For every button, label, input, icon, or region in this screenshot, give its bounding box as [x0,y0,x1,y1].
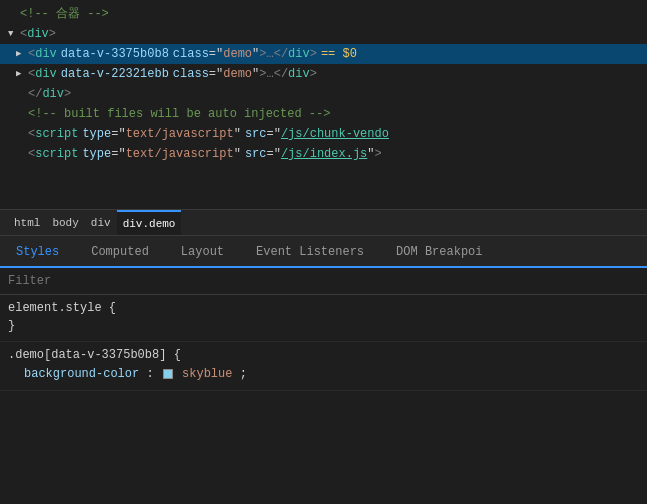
code-line: <script type="text/javascript" src="/js/… [0,144,647,164]
breadcrumb-body[interactable]: body [46,210,84,235]
code-line: ▶ <div data-v-22321ebb class="demo" >…</… [0,64,647,84]
attr-name-2: data-v-22321ebb [61,65,169,83]
filter-bar [0,268,647,295]
attr-class-name: class [173,45,209,63]
script-index-link[interactable]: /js/index.js [281,145,367,163]
collapse-triangle-icon: ▶ [16,65,28,83]
tab-styles[interactable]: Styles [0,238,75,268]
css-close-brace: } [8,317,639,335]
breadcrumb-div-demo[interactable]: div.demo [117,210,182,235]
tabs-bar: Styles Computed Layout Event Listeners D… [0,236,647,268]
breadcrumb-bar: html body div div.demo [0,210,647,236]
css-property-background: background-color : skyblue ; [8,364,639,384]
prop-value-skyblue: skyblue [182,367,232,381]
attr-name-1: data-v-3375b0b8 [61,45,169,63]
triangle-icon: ▼ [8,25,20,43]
filter-input[interactable] [8,274,639,288]
code-line: ▼ <div> [0,24,647,44]
script-src-link[interactable]: /js/chunk-vendo [281,125,389,143]
comment-text: <!-- 合器 --> [20,5,109,23]
tab-event-listeners[interactable]: Event Listeners [240,238,380,268]
comment-built: <!-- built files will be auto injected -… [28,105,330,123]
color-swatch[interactable] [163,369,173,379]
element-style-rule: element.style { } [0,295,647,342]
code-line: <!-- 合器 --> [0,4,647,24]
css-selector: element.style { [8,301,639,315]
code-panel: <!-- 合器 --> ▼ <div> ▶ <div data-v-3375b0… [0,0,647,210]
code-line: <script type="text/javascript" src="/js/… [0,124,647,144]
tab-computed[interactable]: Computed [75,238,165,268]
breadcrumb-html[interactable]: html [8,210,46,235]
prop-name-background: background-color [24,367,139,381]
demo-css-selector: .demo[data-v-3375b0b8] { [8,348,639,362]
demo-style-rule: .demo[data-v-3375b0b8] { background-colo… [0,342,647,391]
tab-dom-breakpoints[interactable]: DOM Breakpoi [380,238,498,268]
dollar-badge: == $0 [321,45,357,63]
tab-layout[interactable]: Layout [165,238,240,268]
attr-class-name2: class [173,65,209,83]
code-line: <!-- built files will be auto injected -… [0,104,647,124]
breadcrumb-div[interactable]: div [85,210,117,235]
styles-panel: element.style { } .demo[data-v-3375b0b8]… [0,295,647,391]
collapse-triangle-icon: ▶ [16,45,28,63]
highlighted-code-line[interactable]: ▶ <div data-v-3375b0b8 class="demo" >…</… [0,44,647,64]
code-line: </div> [0,84,647,104]
